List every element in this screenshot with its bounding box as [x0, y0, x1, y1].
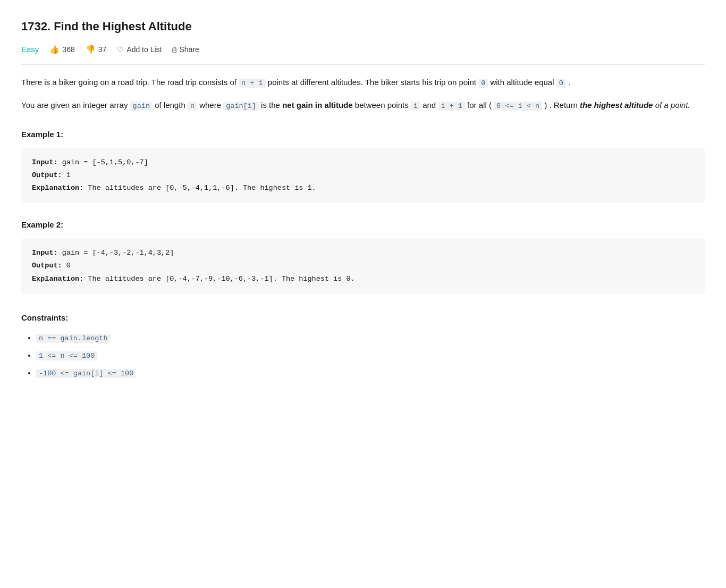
constraints-title: Constraints: — [21, 311, 705, 325]
share-icon: ⎙ — [172, 44, 176, 55]
code-zero-alt: 0 — [556, 79, 566, 88]
constraints-list: n == gain.length 1 <= n <= 100 -100 <= g… — [21, 332, 705, 380]
problem-description: There is a biker going on a road trip. T… — [21, 75, 705, 380]
example2-output-line: Output: 0 — [32, 259, 694, 272]
code-zero-point: 0 — [478, 79, 488, 88]
example1-explanation-line: Explanation: The altitudes are [0,-5,-4,… — [32, 182, 694, 195]
meta-row: Easy 👍 368 👎 37 ♡ Add to List ⎙ Share — [21, 43, 705, 65]
code-n: n — [188, 102, 197, 111]
share-button[interactable]: ⎙ Share — [172, 44, 199, 55]
constraint-item-3: -100 <= gain[i] <= 100 — [36, 367, 705, 380]
constraint-item-1: n == gain.length — [36, 332, 705, 345]
description-paragraph-2: You are given an integer array gain of l… — [21, 98, 705, 113]
downvote-button[interactable]: 👎 37 — [86, 43, 107, 56]
example2-block: Input: gain = [-4,-3,-2,-1,4,3,2] Output… — [21, 238, 705, 294]
example2-title: Example 2: — [21, 218, 705, 232]
code-i: i — [411, 102, 420, 111]
thumbs-down-icon: 👎 — [86, 43, 96, 56]
upvote-count: 368 — [62, 44, 74, 55]
add-to-list-label: Add to List — [126, 44, 162, 55]
upvote-button[interactable]: 👍 368 — [49, 43, 74, 56]
code-i-plus-1: i + 1 — [438, 102, 465, 111]
example1-block: Input: gain = [-5,1,5,0,-7] Output: 1 Ex… — [21, 148, 705, 204]
description-paragraph-1: There is a biker going on a road trip. T… — [21, 75, 705, 90]
example1-output-line: Output: 1 — [32, 169, 694, 182]
constraint-item-2: 1 <= n <= 100 — [36, 349, 705, 363]
code-range: 0 <= i < n — [494, 102, 542, 111]
downvote-count: 37 — [98, 44, 107, 55]
share-label: Share — [179, 44, 199, 55]
example1-title: Example 1: — [21, 128, 705, 141]
thumbs-up-icon: 👍 — [49, 43, 60, 56]
heart-icon: ♡ — [117, 44, 124, 55]
code-gain-i: gain[i] — [223, 102, 259, 111]
example2-input-line: Input: gain = [-4,-3,-2,-1,4,3,2] — [32, 247, 694, 259]
code-n-plus-1: n + 1 — [239, 79, 266, 88]
problem-title: 1732. Find the Highest Altitude — [21, 17, 705, 36]
difficulty-badge: Easy — [21, 43, 39, 56]
code-gain: gain — [130, 102, 153, 111]
example2-explanation-line: Explanation: The altitudes are [0,-4,-7,… — [32, 273, 694, 285]
add-to-list-button[interactable]: ♡ Add to List — [117, 44, 162, 55]
example1-input-line: Input: gain = [-5,1,5,0,-7] — [32, 156, 694, 169]
